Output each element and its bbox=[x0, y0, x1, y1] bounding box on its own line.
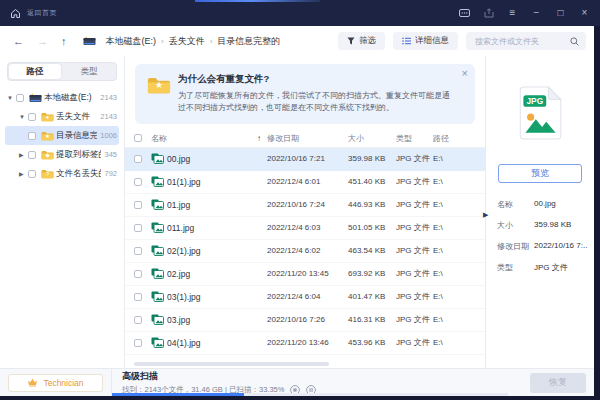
expander-icon[interactable]: ▼ bbox=[7, 95, 16, 101]
file-name: 02.jpg bbox=[167, 269, 257, 279]
table-row[interactable]: 04(1).jpg 2022/11/20 13:46 453.96 KB JPG… bbox=[125, 332, 485, 355]
file-type: JPG 文件 bbox=[396, 199, 433, 210]
filter-button[interactable]: 筛选 bbox=[338, 32, 385, 50]
footer: Technician 高级扫描 找到：2143个文件，31.46 GB | 已扫… bbox=[0, 368, 594, 396]
table-row[interactable]: 02(1).jpg 2022/12/4 6:02 463.54 KB JPG 文… bbox=[125, 240, 485, 263]
tree-item[interactable]: ▼ bbox=[5, 88, 119, 107]
back-home-button[interactable]: 返回首页 bbox=[10, 8, 57, 19]
breadcrumb: 本地磁盘(E:) › 丢失文件 › 目录信息完整的 bbox=[83, 35, 281, 48]
select-all-checkbox[interactable] bbox=[134, 134, 142, 142]
close-icon[interactable]: × bbox=[579, 8, 590, 18]
file-name: 02(1).jpg bbox=[167, 246, 257, 256]
search-icon[interactable] bbox=[570, 37, 579, 46]
toolbar: ← → ↑ 本地磁盘(E:) › 丢失文件 › 目录信息完整的 bbox=[0, 26, 594, 56]
column-header-size[interactable]: 大小 bbox=[348, 133, 396, 144]
breadcrumb-item[interactable]: › 丢失文件 bbox=[161, 35, 205, 48]
breadcrumb-item[interactable]: › 目录信息完整的 bbox=[210, 35, 281, 48]
expander-icon[interactable]: ▶ bbox=[19, 151, 28, 158]
row-checkbox[interactable] bbox=[134, 178, 142, 186]
folder-tree: ▼ bbox=[0, 88, 124, 368]
image-file-icon bbox=[151, 222, 164, 233]
file-type: JPG 文件 bbox=[396, 337, 433, 348]
row-checkbox[interactable] bbox=[134, 155, 142, 163]
table-row[interactable]: 01(1).jpg 2022/12/4 6:01 451.40 KB JPG 文… bbox=[125, 171, 485, 194]
column-header-name[interactable]: 名称 bbox=[151, 133, 257, 144]
detail-row: 名称 00.jpg bbox=[497, 199, 588, 210]
file-type: JPG 文件 bbox=[396, 314, 433, 325]
expander-icon[interactable]: ▼ bbox=[19, 114, 28, 120]
recover-button[interactable]: 恢复 bbox=[530, 373, 586, 393]
tree-item-count: 345 bbox=[104, 150, 117, 159]
tree-checkbox[interactable] bbox=[16, 94, 24, 102]
maximize-icon[interactable]: □ bbox=[555, 8, 566, 18]
file-path: E:\ bbox=[433, 269, 485, 278]
row-checkbox[interactable] bbox=[134, 293, 142, 301]
tree-item[interactable]: ★ 目录信息完整的 1006 bbox=[5, 126, 119, 145]
nav-back-icon[interactable]: ← bbox=[13, 35, 24, 47]
minimize-icon[interactable]: − bbox=[531, 8, 542, 18]
horizontal-scrollbar[interactable] bbox=[134, 362, 329, 366]
search-input[interactable] bbox=[473, 36, 570, 47]
column-header-type[interactable]: 类型 bbox=[396, 133, 433, 144]
crown-icon bbox=[27, 378, 38, 387]
file-size: 401.47 KB bbox=[348, 292, 396, 301]
tree-checkbox[interactable] bbox=[28, 170, 36, 178]
technician-license-button[interactable]: Technician bbox=[8, 374, 103, 392]
row-checkbox[interactable] bbox=[134, 224, 142, 232]
search-box bbox=[466, 32, 586, 50]
tree-item-label: 目录信息完整的 bbox=[56, 130, 97, 142]
expander-icon[interactable]: ▶ bbox=[19, 170, 28, 177]
file-date: 2022/11/20 13:45 bbox=[267, 269, 348, 278]
table-row[interactable]: 02.jpg 2022/11/20 13:45 693.92 KB JPG 文件… bbox=[125, 263, 485, 286]
tree-item-label: 本地磁盘(E:) bbox=[44, 92, 97, 104]
detail-row: 修改日期 2022/10/16 7:.. bbox=[497, 241, 588, 252]
nav-up-icon[interactable]: ↑ bbox=[61, 35, 67, 47]
table-row[interactable]: 011.jpg 2022/12/4 6:03 501.05 KB JPG 文件 … bbox=[125, 217, 485, 240]
notice-close-icon[interactable]: × bbox=[462, 67, 468, 79]
tree-checkbox[interactable] bbox=[28, 151, 36, 159]
table-row[interactable]: 01.jpg 2022/10/16 7:24 446.93 KB JPG 文件 … bbox=[125, 194, 485, 217]
column-header-date[interactable]: 修改日期 bbox=[267, 133, 348, 144]
tree-item[interactable]: ▼ bbox=[5, 107, 119, 126]
tree-item[interactable]: ▶ bbox=[5, 145, 119, 164]
file-path: E:\ bbox=[433, 246, 485, 255]
image-file-icon bbox=[151, 314, 164, 325]
breadcrumb-separator: › bbox=[161, 37, 164, 46]
tab-type[interactable]: 类型 bbox=[63, 64, 115, 79]
row-checkbox[interactable] bbox=[134, 270, 142, 278]
row-checkbox[interactable] bbox=[134, 201, 142, 209]
background-window-edge bbox=[195, 0, 320, 2]
collapse-panel-icon[interactable]: ▶ bbox=[483, 211, 488, 218]
star-icon: ★ bbox=[147, 76, 171, 95]
column-header-path[interactable]: 路径 bbox=[433, 133, 485, 144]
table-header: 名称 ↑ 修改日期 大小 类型 路径 bbox=[125, 130, 485, 148]
row-checkbox[interactable] bbox=[134, 339, 142, 347]
preview-button[interactable]: 预览 bbox=[498, 164, 582, 183]
notice-title: 为什么会有重复文件? bbox=[178, 73, 457, 86]
file-type: JPG 文件 bbox=[396, 222, 433, 233]
sort-ascending-icon[interactable]: ↑ bbox=[257, 134, 267, 143]
nav-forward-icon[interactable]: → bbox=[37, 35, 48, 47]
table-row[interactable]: 03(1).jpg 2022/12/4 6:04 401.47 KB JPG 文… bbox=[125, 286, 485, 309]
feedback-icon[interactable] bbox=[459, 9, 470, 18]
row-checkbox[interactable] bbox=[134, 316, 142, 324]
tab-path[interactable]: 路径 bbox=[9, 64, 61, 79]
file-path: E:\ bbox=[433, 154, 485, 163]
share-icon[interactable] bbox=[483, 8, 494, 18]
back-home-label: 返回首页 bbox=[27, 8, 57, 18]
duplicate-files-notice: ★ 为什么会有重复文件? 为了尽可能恢复所有的文件，我们尝试了不同的扫描方式。重… bbox=[135, 64, 475, 124]
detail-value: 359.98 KB bbox=[534, 220, 588, 231]
row-checkbox[interactable] bbox=[134, 247, 142, 255]
drive-icon bbox=[83, 36, 96, 46]
table-row[interactable]: 03.jpg 2022/10/16 7:26 416.31 KB JPG 文件 … bbox=[125, 309, 485, 332]
table-row[interactable]: 00.jpg 2022/10/16 7:21 359.98 KB JPG 文件 … bbox=[125, 148, 485, 171]
tree-item-count: 2143 bbox=[100, 112, 117, 121]
tree-item[interactable]: ▶ bbox=[5, 164, 119, 183]
tree-checkbox[interactable] bbox=[28, 132, 36, 140]
tree-checkbox[interactable] bbox=[28, 113, 36, 121]
menu-icon[interactable]: ≡ bbox=[507, 8, 518, 18]
breadcrumb-item[interactable]: 本地磁盘(E:) bbox=[101, 35, 157, 48]
file-size: 451.40 KB bbox=[348, 177, 396, 186]
details-view-button[interactable]: 详细信息 bbox=[393, 32, 458, 50]
file-name: 011.jpg bbox=[167, 223, 257, 233]
